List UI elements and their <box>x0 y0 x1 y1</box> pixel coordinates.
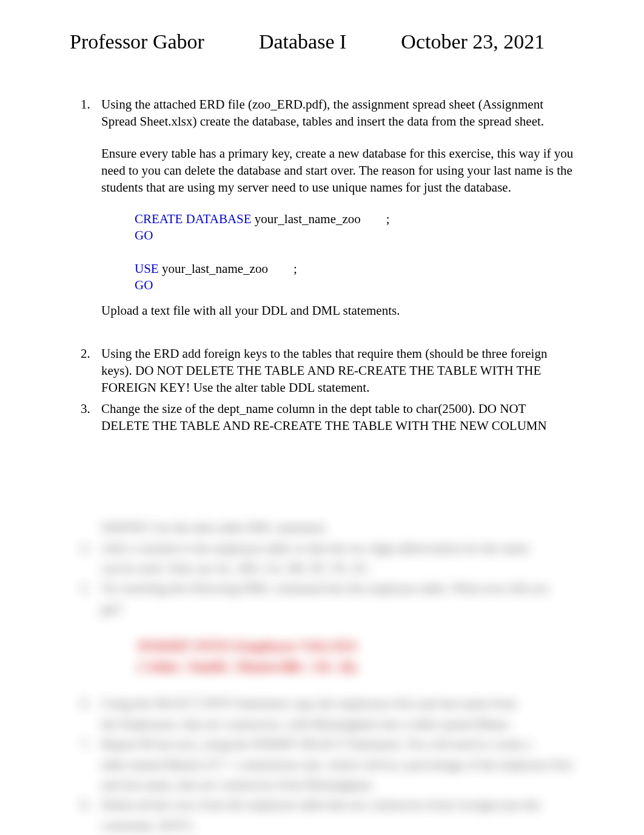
blurred-code-line: INSERT INTO Employee VALUES ('John','Smi… <box>138 636 574 677</box>
code-line-4: GO <box>135 277 574 293</box>
item1-intro: Using the attached ERD file (zoo_ERD.pdf… <box>101 96 574 130</box>
blurred-line: Delete all the rows from the employee ta… <box>101 796 574 814</box>
keyword-create-database: CREATE DATABASE <box>135 212 252 226</box>
blurred-preview-section: WIDTH! Use the alter table DDL statement… <box>70 519 574 834</box>
professor-name: Professor Gabor <box>70 30 204 53</box>
keyword-go-2: GO <box>135 278 153 292</box>
document-header: Professor Gabor Database I October 23, 2… <box>70 30 574 53</box>
code-line-3: USE your_last_name_zoo ; <box>135 261 574 277</box>
item3-text: Change the size of the dept_name column … <box>101 401 547 433</box>
blurred-line: the Employees, that are contractors, wit… <box>101 716 574 733</box>
course-name: Database I <box>259 30 346 53</box>
keyword-go-1: GO <box>135 228 153 243</box>
item2-text: Using the ERD add foreign keys to the ta… <box>101 346 547 395</box>
blurred-line: can be used. Only use AL, MS, GA, MI, IN… <box>101 560 574 577</box>
blurred-line: Repeat #6 but now, using the INSERT SELE… <box>101 736 574 753</box>
sql-code-block: CREATE DATABASE your_last_name_zoo ; GO … <box>135 211 574 293</box>
blurred-line: constraint, 26/07). <box>101 817 574 834</box>
blurred-line: WIDTH! Use the alter table DDL statement… <box>101 519 574 537</box>
assignment-item-3: Change the size of the dept_name column … <box>101 400 574 435</box>
keyword-use: USE <box>135 261 159 276</box>
code-blank-line <box>135 244 574 260</box>
blurred-line: Add a constant to the employee table so … <box>101 540 574 557</box>
code-arg-2: your_last_name_zoo ; <box>159 261 297 276</box>
blurred-line: Using the SELECT INTO Statement copy the… <box>101 695 574 713</box>
code-line-1: CREATE DATABASE your_last_name_zoo ; <box>135 211 574 227</box>
code-line-2: GO <box>135 227 574 244</box>
assignment-list: Using the attached ERD file (zoo_ERD.pdf… <box>70 96 574 434</box>
upload-instruction: Upload a text file with all your DDL and… <box>101 302 574 319</box>
blurred-line: table named Bham2 (37 + commission rate,… <box>101 756 574 774</box>
blurred-line: and last name, that are contractors from… <box>101 776 574 794</box>
assignment-item-1: Using the attached ERD file (zoo_ERD.pdf… <box>101 96 574 320</box>
blurred-line: get? <box>101 600 574 618</box>
assignment-item-2: Using the ERD add foreign keys to the ta… <box>101 345 574 397</box>
code-arg-1: your_last_name_zoo ; <box>252 212 390 226</box>
item1-para2: Ensure every table has a primary key, cr… <box>101 145 574 196</box>
blurred-line: Try inserting the following DML command … <box>101 580 574 597</box>
document-date: October 23, 2021 <box>401 30 545 53</box>
